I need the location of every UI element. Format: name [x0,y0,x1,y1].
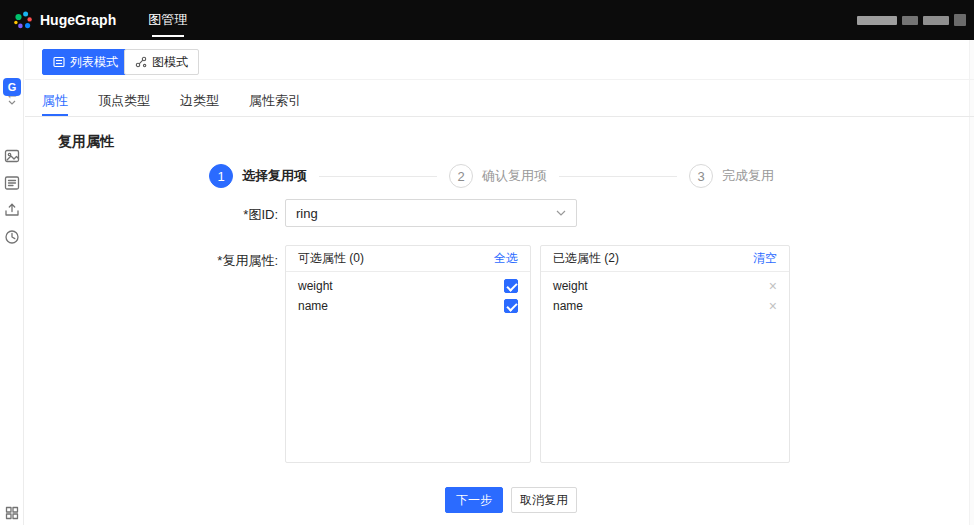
sidebar-item-upload[interactable] [0,202,24,218]
chevron-down-icon [8,100,16,105]
tabs-divider [25,116,974,117]
available-list: weightname [286,272,530,316]
item-checkbox[interactable] [504,299,518,313]
nav-label: 图管理 [148,11,187,29]
toolbar-divider [25,79,974,80]
list-mode-icon [53,56,65,68]
selected-list: weight×name× [541,272,789,316]
redacted-avatar [954,14,966,26]
available-panel-title: 可选属性 (0) [298,250,364,267]
stepper: 1 选择复用项 2 确认复用项 3 完成复用 [209,164,774,188]
graph-id-label: *图ID: [175,206,278,224]
upload-icon [4,202,20,218]
select-all-link[interactable]: 全选 [494,250,518,267]
cancel-reuse-label: 取消复用 [520,492,568,509]
step-label: 确认复用项 [482,167,547,185]
step-label: 完成复用 [722,167,774,185]
gallery-icon [4,148,20,164]
modules-icon [5,506,19,520]
clear-all-link[interactable]: 清空 [753,250,777,267]
list-mode-label: 列表模式 [70,54,118,71]
history-clock-icon [4,229,20,245]
nav-graph-management[interactable]: 图管理 [144,0,191,40]
sidebar-item-gallery[interactable] [0,148,24,164]
graph-id-select[interactable]: ring [285,199,577,227]
top-header: HugeGraph 图管理 [0,0,974,40]
transfer-item-row: weight× [541,276,789,296]
workspace-switcher[interactable] [0,98,24,106]
redacted-user-info [902,16,918,25]
next-step-button[interactable]: 下一步 [445,487,503,513]
graph-mode-icon [135,56,147,68]
transfer-item-label: weight [553,279,588,293]
step-label: 选择复用项 [242,167,307,185]
page-title: 复用属性 [58,133,114,151]
available-panel-header: 可选属性 (0) 全选 [286,246,530,272]
list-mode-button[interactable]: 列表模式 [42,49,129,75]
graph-id-select-value: ring [296,206,318,221]
next-step-label: 下一步 [456,492,492,509]
sidebar-item-metadata[interactable] [0,175,24,191]
tab-properties[interactable]: 属性 [42,87,68,116]
tab-vertex-types[interactable]: 顶点类型 [98,87,150,116]
step-confirm-items: 2 确认复用项 [449,164,547,188]
transfer-item-label: name [553,299,583,313]
selected-properties-panel: 已选属性 (2) 清空 weight×name× [540,245,790,463]
scrollbar-track[interactable] [969,40,974,525]
redacted-user-info [923,16,949,25]
step-number: 2 [449,164,473,188]
redacted-user-info [857,16,897,25]
transfer-item-label: name [298,299,328,313]
step-number: 3 [689,164,713,188]
transfer-item-row: weight [286,276,530,296]
step-connector [559,176,677,177]
tab-property-index[interactable]: 属性索引 [249,87,301,116]
step-connector [319,176,437,177]
item-checkbox[interactable] [504,279,518,293]
hugegraph-logo-icon [13,10,33,30]
remove-item-icon[interactable]: × [769,299,777,313]
sidebar: ← G [0,40,24,525]
main-content: 列表模式 图模式 属性 顶点类型 边类型 属性索引 复用属性 1 选择复用项 2… [25,40,974,525]
step-select-items: 1 选择复用项 [209,164,307,188]
selected-panel-title: 已选属性 (2) [553,250,619,267]
graph-mode-button[interactable]: 图模式 [124,49,199,75]
selected-panel-header: 已选属性 (2) 清空 [541,246,789,272]
sidebar-item-modules[interactable] [0,505,24,521]
user-account-area[interactable] [857,0,966,40]
graph-mode-label: 图模式 [152,54,188,71]
metadata-list-icon [4,175,20,191]
tab-bar: 属性 顶点类型 边类型 属性索引 [42,87,301,116]
reuse-properties-label: *复用属性: [175,252,278,270]
remove-item-icon[interactable]: × [769,279,777,293]
step-complete-reuse: 3 完成复用 [689,164,774,188]
transfer-item-row: name× [541,296,789,316]
sidebar-item-history[interactable] [0,229,24,245]
step-number: 1 [209,164,233,188]
transfer-item-label: weight [298,279,333,293]
available-properties-panel: 可选属性 (0) 全选 weightname [285,245,531,463]
chevron-down-icon [556,210,566,216]
brand[interactable]: HugeGraph [0,10,116,30]
cancel-reuse-button[interactable]: 取消复用 [511,487,577,513]
brand-name: HugeGraph [40,12,116,28]
tab-edge-types[interactable]: 边类型 [180,87,219,116]
transfer-item-row: name [286,296,530,316]
workspace-badge[interactable]: G [3,78,21,96]
